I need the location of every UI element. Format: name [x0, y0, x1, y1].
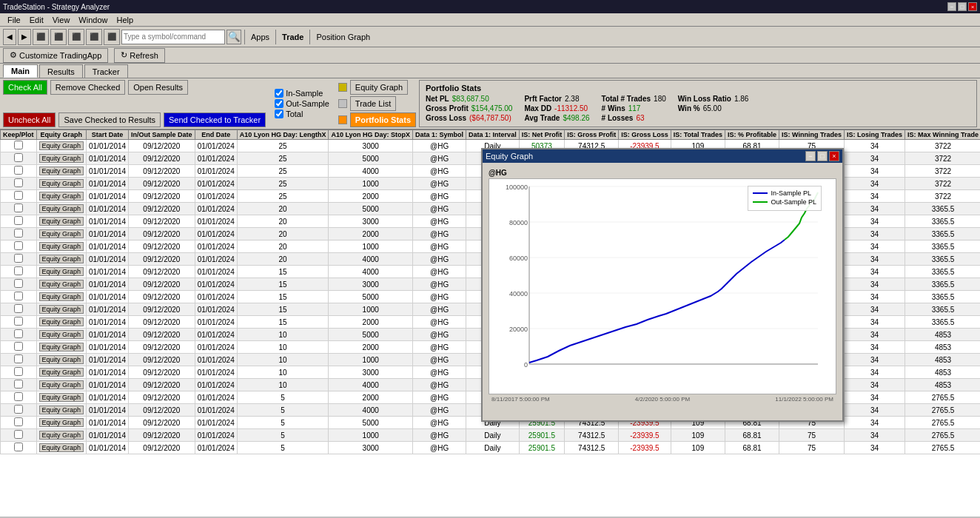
row-checkbox[interactable]	[14, 317, 23, 326]
row-checkbox[interactable]	[14, 141, 23, 149]
legend-in-sample-label: In-Sample PL	[771, 189, 811, 197]
remove-checked-btn[interactable]: Remove Checked	[50, 80, 125, 95]
tab-tracker[interactable]: Tracker	[84, 64, 128, 78]
row-checkbox[interactable]	[14, 279, 23, 288]
prf-factor-label: Prft Factor	[524, 95, 562, 103]
row-checkbox[interactable]	[14, 405, 23, 414]
row-checkbox[interactable]	[14, 266, 23, 275]
row-checkbox[interactable]	[14, 367, 23, 376]
row-equity-graph-btn[interactable]: Equity Graph	[39, 204, 84, 213]
open-results-btn[interactable]: Open Results	[128, 80, 188, 95]
row-equity-graph-btn[interactable]: Equity Graph	[39, 229, 84, 238]
maximize-btn[interactable]: □	[958, 2, 967, 11]
menu-view[interactable]: View	[48, 13, 75, 27]
row-equity-graph-btn[interactable]: Equity Graph	[39, 418, 84, 427]
close-btn[interactable]: ×	[968, 2, 977, 11]
minimize-btn[interactable]: −	[947, 2, 956, 11]
equity-graph-btn[interactable]: Equity Graph	[350, 80, 408, 95]
row-checkbox[interactable]	[14, 191, 23, 200]
out-sample-checkbox[interactable]	[275, 99, 283, 108]
row-checkbox[interactable]	[14, 304, 23, 313]
toolbar-fwd-btn[interactable]: ▶	[18, 29, 31, 45]
refresh-btn[interactable]: ↻ Refresh	[114, 48, 165, 63]
row-equity-graph-btn[interactable]: Equity Graph	[39, 393, 84, 402]
row-equity-graph-btn[interactable]: Equity Graph	[39, 443, 84, 452]
row-equity-graph-btn[interactable]: Equity Graph	[39, 343, 84, 352]
row-checkbox[interactable]	[14, 417, 23, 426]
th-keep-plot: Keep/Plot	[1, 130, 37, 140]
menu-edit[interactable]: Edit	[25, 13, 48, 27]
row-checkbox[interactable]	[14, 430, 23, 439]
row-equity-graph-btn[interactable]: Equity Graph	[39, 255, 84, 263]
row-equity-graph-btn[interactable]: Equity Graph	[39, 192, 84, 201]
table-cell: 4853	[905, 354, 980, 366]
uncheck-all-btn[interactable]: Uncheck All	[3, 112, 56, 127]
menu-file[interactable]: File	[3, 13, 25, 27]
table-cell: 5	[237, 429, 329, 442]
table-cell: 09/12/2020	[129, 417, 195, 429]
row-equity-graph-btn[interactable]: Equity Graph	[39, 141, 84, 150]
row-checkbox[interactable]	[14, 380, 23, 388]
row-equity-graph-btn[interactable]: Equity Graph	[39, 355, 84, 364]
row-checkbox[interactable]	[14, 153, 23, 162]
table-cell: 3365.5	[905, 215, 980, 228]
save-checked-btn[interactable]: Save Checked to Results	[58, 112, 161, 127]
row-checkbox[interactable]	[14, 329, 23, 338]
customize-btn[interactable]: ⚙ Customize TradingApp	[3, 48, 108, 63]
toolbar-btn2[interactable]: ⬛	[50, 29, 67, 45]
send-tracker-btn[interactable]: Send Checked to Tracker	[164, 112, 266, 127]
row-equity-graph-btn[interactable]: Equity Graph	[39, 267, 84, 276]
row-checkbox[interactable]	[14, 241, 23, 250]
tab-main[interactable]: Main	[3, 64, 38, 78]
toolbar-btn3[interactable]: ⬛	[68, 29, 84, 45]
row-checkbox[interactable]	[14, 178, 23, 187]
search-btn[interactable]: 🔍	[226, 30, 241, 44]
toolbar-btn1[interactable]: ⬛	[33, 29, 49, 45]
equity-minimize-btn[interactable]: −	[805, 151, 816, 161]
table-row: Equity Graph01/01/201409/12/202001/01/20…	[1, 442, 981, 454]
row-equity-graph-btn[interactable]: Equity Graph	[39, 305, 84, 314]
row-equity-graph-btn[interactable]: Equity Graph	[39, 166, 84, 175]
row-checkbox[interactable]	[14, 354, 23, 363]
row-checkbox[interactable]	[14, 216, 23, 225]
symbol-command-input[interactable]	[121, 30, 225, 44]
table-cell: 25	[237, 152, 329, 165]
total-checkbox[interactable]	[275, 110, 283, 118]
row-checkbox[interactable]	[14, 342, 23, 351]
toolbar-btn4[interactable]: ⬛	[86, 29, 102, 45]
equity-maximize-btn[interactable]: □	[817, 151, 828, 161]
menu-window[interactable]: Window	[74, 13, 112, 27]
menu-help[interactable]: Help	[112, 13, 138, 27]
portfolio-stats-btn[interactable]: Portfolio Stats	[350, 112, 416, 127]
row-checkbox[interactable]	[14, 204, 23, 212]
equity-close-btn[interactable]: ×	[829, 151, 839, 161]
row-equity-graph-btn[interactable]: Equity Graph	[39, 368, 84, 377]
check-all-btn[interactable]: Check All	[3, 80, 47, 95]
row-checkbox[interactable]	[14, 392, 23, 401]
toolbar-btn5[interactable]: ⬛	[104, 29, 120, 45]
row-checkbox[interactable]	[14, 229, 23, 238]
row-equity-graph-btn[interactable]: Equity Graph	[39, 242, 84, 251]
row-checkbox[interactable]	[14, 292, 23, 300]
toolbar-separator	[244, 30, 245, 44]
row-equity-graph-btn[interactable]: Equity Graph	[39, 179, 84, 188]
row-checkbox[interactable]	[14, 254, 23, 263]
row-equity-graph-btn[interactable]: Equity Graph	[39, 217, 84, 226]
row-equity-graph-btn[interactable]: Equity Graph	[39, 431, 84, 440]
row-equity-graph-btn[interactable]: Equity Graph	[39, 406, 84, 414]
tab-results[interactable]: Results	[39, 64, 83, 78]
toolbar-back-btn[interactable]: ◀	[3, 29, 16, 45]
row-equity-graph-btn[interactable]: Equity Graph	[39, 380, 84, 389]
trade-list-btn[interactable]: Trade List	[350, 96, 397, 111]
row-equity-graph-btn[interactable]: Equity Graph	[39, 317, 84, 326]
table-cell: @HG	[413, 329, 466, 341]
row-checkbox[interactable]	[14, 166, 23, 175]
row-equity-graph-btn[interactable]: Equity Graph	[39, 292, 84, 301]
in-sample-checkbox[interactable]	[275, 89, 283, 98]
row-equity-graph-btn[interactable]: Equity Graph	[39, 280, 84, 289]
row-equity-graph-btn[interactable]: Equity Graph	[39, 154, 84, 163]
row-equity-graph-btn[interactable]: Equity Graph	[39, 330, 84, 339]
table-cell: 01/01/2014	[87, 215, 129, 228]
row-checkbox[interactable]	[14, 443, 23, 451]
th-gross-loss: IS: Gross Loss	[619, 130, 671, 140]
